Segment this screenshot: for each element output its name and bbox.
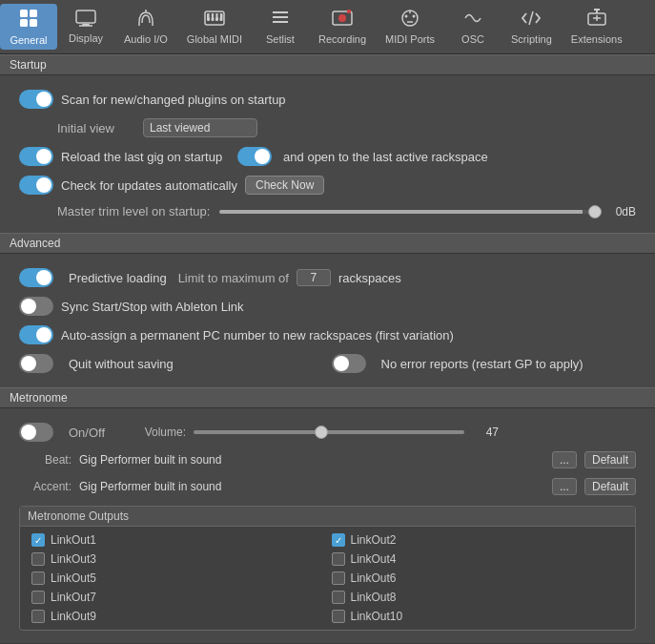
output-label: LinkOut6 <box>351 571 397 585</box>
tab-audio-io-label: Audio I/O <box>124 33 168 45</box>
check-updates-toggle[interactable] <box>19 176 53 195</box>
output-label: LinkOut7 <box>51 591 96 604</box>
svg-rect-0 <box>20 10 28 17</box>
check-now-button[interactable]: Check Now <box>245 176 324 195</box>
main-content: Startup Scan for new/changed plugins on … <box>0 54 655 643</box>
output-checkbox[interactable] <box>31 533 45 547</box>
output-checkbox[interactable] <box>31 610 45 623</box>
output-checkbox[interactable] <box>332 533 345 547</box>
metro-volume-slider-wrap: 47 <box>194 426 499 439</box>
metro-volume-slider[interactable] <box>194 430 464 434</box>
output-item[interactable]: LinkOut2 <box>328 530 628 550</box>
tab-audio-io[interactable]: Audio I/O <box>114 4 177 50</box>
tab-setlist[interactable]: Setlist <box>252 4 309 50</box>
quit-no-error-row: Quit without saving No error reports (re… <box>0 349 655 378</box>
tab-scripting[interactable]: Scripting <box>501 4 562 50</box>
tab-midi-ports[interactable]: MIDI Ports <box>376 4 444 50</box>
tab-display-label: Display <box>69 32 103 44</box>
initial-view-label: Initial view <box>57 121 133 135</box>
midi-ports-icon <box>399 9 420 31</box>
scan-plugins-label: Scan for new/changed plugins on startup <box>61 93 286 107</box>
display-icon <box>75 10 96 30</box>
advanced-settings: Predictive loading Limit to maximum of r… <box>0 254 655 387</box>
general-icon <box>18 8 39 31</box>
predictive-loading-toggle[interactable] <box>19 268 53 287</box>
sync-ableton-label: Sync Start/Stop with Ableton Link <box>61 300 244 314</box>
predictive-loading-row: Predictive loading Limit to maximum of r… <box>0 263 655 292</box>
output-checkbox[interactable] <box>332 591 345 604</box>
advanced-section-header: Advanced <box>0 233 655 254</box>
output-item[interactable]: LinkOut5 <box>28 569 328 588</box>
svg-line-29 <box>529 11 533 25</box>
quit-without-saving-toggle[interactable] <box>19 354 53 373</box>
tab-display[interactable]: Display <box>57 4 114 50</box>
predictive-loading-limit-input[interactable] <box>297 269 331 286</box>
quit-col: Quit without saving <box>19 354 324 373</box>
output-checkbox[interactable] <box>31 552 45 566</box>
tab-setlist-label: Setlist <box>266 33 295 45</box>
no-error-reports-toggle[interactable] <box>332 354 366 373</box>
output-checkbox[interactable] <box>332 610 345 623</box>
metronome-outputs-scroll[interactable]: LinkOut1LinkOut2LinkOut3LinkOut4LinkOut5… <box>20 527 635 630</box>
check-updates-label: Check for updates automatically <box>61 178 237 193</box>
scan-plugins-toggle[interactable] <box>19 90 53 109</box>
accent-label: Accent: <box>19 480 72 493</box>
tab-osc[interactable]: OSC <box>444 4 501 50</box>
tab-general[interactable]: General <box>0 4 57 50</box>
metronome-onoff-toggle[interactable] <box>19 423 53 442</box>
open-last-rackspace-toggle[interactable] <box>237 147 272 166</box>
reload-last-gig-toggle[interactable] <box>19 147 53 166</box>
output-checkbox[interactable] <box>31 591 45 604</box>
output-item[interactable]: LinkOut4 <box>328 550 628 569</box>
output-item[interactable]: LinkOut1 <box>28 530 328 550</box>
output-label: LinkOut2 <box>351 533 397 547</box>
output-checkbox[interactable] <box>332 571 345 585</box>
sync-ableton-row: Sync Start/Stop with Ableton Link <box>0 292 655 321</box>
output-checkbox[interactable] <box>332 552 345 566</box>
svg-rect-16 <box>214 13 216 18</box>
output-checkbox[interactable] <box>31 571 45 585</box>
master-trim-row: Master trim level on startup: 0dB <box>0 199 655 223</box>
output-item[interactable]: LinkOut10 <box>328 607 628 626</box>
svg-rect-1 <box>30 10 37 17</box>
beat-dots-button[interactable]: ... <box>552 451 577 468</box>
accent-default-button[interactable]: Default <box>584 478 636 495</box>
toolbar: General Display Audio I/O <box>0 0 655 54</box>
output-label: LinkOut4 <box>351 552 397 566</box>
auto-assign-pc-toggle[interactable] <box>19 325 53 344</box>
master-trim-label: Master trim level on startup: <box>57 204 210 218</box>
tab-scripting-label: Scripting <box>511 33 552 45</box>
metro-onoff-volume-row: On/Off Volume: 47 <box>0 418 655 447</box>
beat-label: Beat: <box>19 453 72 467</box>
output-item[interactable]: LinkOut7 <box>28 588 328 607</box>
metronome-outputs-title: Metronome Outputs <box>20 507 635 527</box>
output-item[interactable]: LinkOut8 <box>328 588 628 607</box>
tab-extensions[interactable]: Extensions <box>562 4 632 50</box>
auto-assign-pc-row: Auto-assign a permanent PC number to new… <box>0 321 655 349</box>
output-label: LinkOut8 <box>351 591 397 604</box>
accent-dots-button[interactable]: ... <box>552 478 577 495</box>
output-label: LinkOut3 <box>51 552 96 566</box>
limit-to-max-label: Limit to maximum of <box>178 271 289 285</box>
startup-section-header: Startup <box>0 54 655 75</box>
check-updates-row: Check for updates automatically Check No… <box>0 171 655 199</box>
tab-recording[interactable]: Recording <box>309 4 376 50</box>
recording-icon <box>332 9 353 31</box>
output-label: LinkOut5 <box>51 571 96 585</box>
master-trim-slider-wrap: 0dB <box>219 205 636 218</box>
tab-recording-label: Recording <box>318 33 366 45</box>
output-item[interactable]: LinkOut6 <box>328 569 628 588</box>
master-trim-slider[interactable] <box>219 210 602 214</box>
initial-view-select[interactable]: Last viewed Default Blank <box>143 118 257 137</box>
master-trim-value: 0dB <box>609 205 636 218</box>
svg-rect-2 <box>20 19 28 27</box>
tab-general-label: General <box>10 34 47 46</box>
sync-ableton-toggle[interactable] <box>19 297 53 316</box>
output-item[interactable]: LinkOut3 <box>28 550 328 569</box>
beat-default-button[interactable]: Default <box>584 451 636 468</box>
tab-global-midi[interactable]: Global MIDI <box>177 4 252 50</box>
accent-row: Accent: Gig Performer built in sound ...… <box>0 473 655 500</box>
tab-global-midi-label: Global MIDI <box>187 33 242 45</box>
output-item[interactable]: LinkOut9 <box>28 607 328 626</box>
beat-row: Beat: Gig Performer built in sound ... D… <box>0 447 655 473</box>
